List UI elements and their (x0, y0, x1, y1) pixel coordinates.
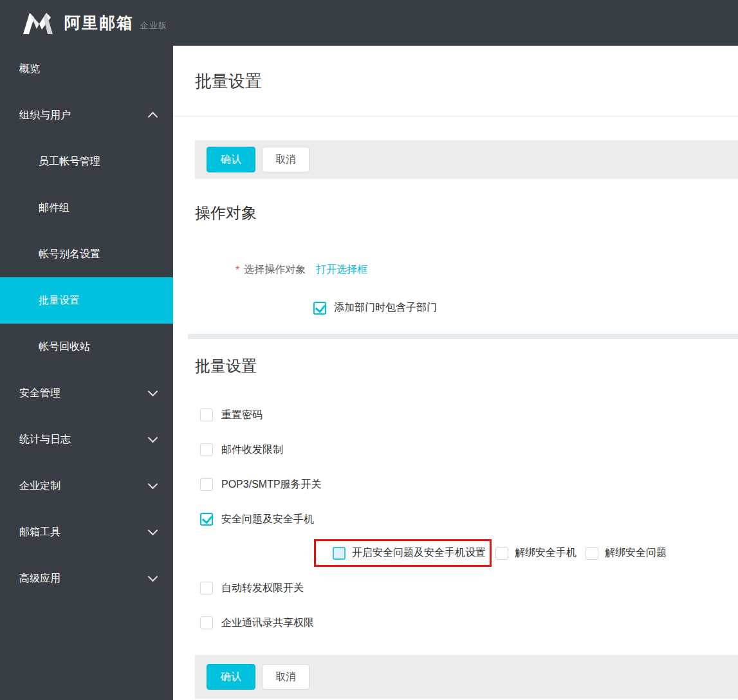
sidebar-item-mail-groups[interactable]: 邮件组 (0, 185, 173, 231)
main-content: 批量设置 确认 取消 操作对象 * 选择操作对象 打开选择框 添加部门时包含子部… (173, 46, 738, 700)
option-label: 邮件收发限制 (221, 443, 283, 457)
select-target-label: 选择操作对象 (244, 263, 306, 277)
option-label: 企业通讯录共享权限 (221, 616, 314, 630)
option-label: 自动转发权限开关 (221, 582, 304, 595)
option-row-mail-limit: 邮件收发限制 (200, 443, 738, 456)
required-asterisk: * (235, 264, 239, 276)
include-subdept-row: 添加部门时包含子部门 (313, 301, 738, 315)
section-title-operation-target: 操作对象 (195, 203, 738, 223)
chevron-down-icon (148, 572, 158, 582)
brand-name: 阿里邮箱 (64, 12, 134, 33)
page-header: 批量设置 (173, 46, 738, 116)
chevron-up-icon (148, 112, 158, 122)
sub-option-label: 解绑安全手机 (515, 546, 577, 560)
option-label: POP3/SMTP服务开关 (221, 478, 322, 492)
sub-option-label: 解绑安全问题 (605, 546, 667, 560)
option-label: 安全问题及安全手机 (221, 513, 314, 526)
sidebar-item-org-users[interactable]: 组织与用户 (0, 92, 173, 138)
confirm-button[interactable]: 确认 (207, 147, 255, 172)
sidebar-item-enterprise-custom[interactable]: 企业定制 (0, 463, 173, 509)
sidebar-item-account-recycle[interactable]: 帐号回收站 (0, 324, 173, 370)
auto-forward-checkbox[interactable] (200, 582, 213, 594)
mail-limit-checkbox[interactable] (200, 443, 213, 456)
security-sub-options-row: 开启安全问题及安全手机设置 解绑安全手机 解绑安全问题 (314, 539, 738, 567)
option-row-auto-forward: 自动转发权限开关 (200, 582, 738, 594)
batch-options-list: 重置密码 邮件收发限制 POP3/SMTP服务开关 安全问题及安全手机 开启安全… (173, 409, 738, 629)
edition-badge: 企业版 (140, 20, 167, 32)
pop3-smtp-checkbox[interactable] (200, 478, 213, 491)
section-separator (188, 334, 738, 339)
chevron-down-icon (148, 526, 158, 536)
sidebar-item-stats-logs[interactable]: 统计与日志 (0, 416, 173, 463)
sidebar-item-account-alias[interactable]: 帐号别名设置 (0, 231, 173, 277)
contacts-share-checkbox[interactable] (200, 616, 213, 629)
include-subdept-label: 添加部门时包含子部门 (334, 301, 437, 315)
confirm-button[interactable]: 确认 (207, 664, 255, 690)
security-qa-phone-checkbox[interactable] (200, 513, 213, 526)
option-row-reset-password: 重置密码 (200, 409, 738, 421)
option-row-pop3-smtp: POP3/SMTP服务开关 (200, 478, 738, 491)
chevron-down-icon (148, 433, 158, 443)
sidebar-item-batch-settings[interactable]: 批量设置 (0, 277, 173, 324)
sidebar-item-overview[interactable]: 概览 (0, 46, 173, 92)
section-title-batch-settings: 批量设置 (195, 356, 738, 376)
select-target-row: * 选择操作对象 打开选择框 (235, 263, 738, 277)
highlight-box: 开启安全问题及安全手机设置 (314, 539, 492, 567)
sidebar-item-mailbox-tools[interactable]: 邮箱工具 (0, 509, 173, 555)
page-title: 批量设置 (195, 70, 738, 93)
top-header: 阿里邮箱 企业版 (0, 0, 738, 46)
reset-password-checkbox[interactable] (200, 409, 213, 421)
alimail-logo: 阿里邮箱 企业版 (22, 12, 167, 35)
sub-option-label: 开启安全问题及安全手机设置 (352, 546, 486, 560)
chevron-down-icon (148, 387, 158, 397)
enable-security-settings-checkbox[interactable] (333, 547, 346, 560)
top-action-bar: 确认 取消 (195, 140, 738, 179)
chevron-down-icon (148, 479, 158, 490)
option-row-contacts-share: 企业通讯录共享权限 (200, 616, 738, 629)
option-row-security-qa-phone: 安全问题及安全手机 (200, 513, 738, 526)
sidebar: 概览 组织与用户 员工帐号管理 邮件组 帐号别名设置 批量设置 帐号回收站 安全… (0, 46, 173, 700)
bottom-action-bar: 确认 取消 (195, 655, 738, 699)
alimail-m-icon (22, 12, 54, 35)
option-label: 重置密码 (221, 409, 263, 422)
cancel-button[interactable]: 取消 (262, 147, 309, 172)
unbind-phone-checkbox[interactable] (495, 547, 508, 560)
sidebar-item-security-mgmt[interactable]: 安全管理 (0, 370, 173, 416)
unbind-question-checkbox[interactable] (586, 547, 598, 560)
open-selector-link[interactable]: 打开选择框 (316, 263, 367, 277)
sidebar-item-employee-accounts[interactable]: 员工帐号管理 (0, 138, 173, 185)
sidebar-item-advanced-apps[interactable]: 高级应用 (0, 555, 173, 602)
cancel-button[interactable]: 取消 (262, 664, 309, 690)
include-subdept-checkbox[interactable] (313, 302, 326, 315)
